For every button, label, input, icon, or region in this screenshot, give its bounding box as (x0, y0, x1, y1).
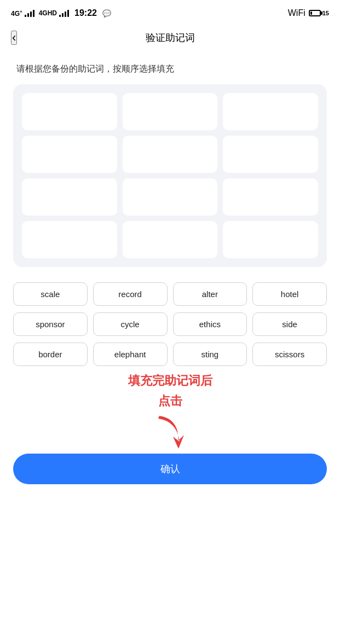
wechat-icon: 💬 (102, 9, 111, 18)
status-right: WiFi 15 (288, 8, 329, 18)
battery-container: 15 (309, 10, 329, 16)
words-section: scale record alter hotel sponsor cycle e… (13, 282, 327, 366)
word-btn-side[interactable]: side (252, 312, 327, 336)
grid-cell-12[interactable] (223, 221, 318, 258)
word-btn-border[interactable]: border (13, 343, 88, 366)
words-row-2: sponsor cycle ethics side (13, 312, 327, 336)
instruction-text: 请根据您备份的助记词，按顺序选择填充 (0, 51, 340, 84)
signal-bars-1 (25, 9, 34, 17)
page-title: 验证助记词 (146, 31, 195, 44)
bottom-section: 填充完助记词后 点击 确认 (0, 373, 340, 484)
header: ‹ 验证助记词 (0, 24, 340, 51)
mnemonic-grid-container (13, 84, 327, 267)
word-btn-sponsor[interactable]: sponsor (13, 312, 88, 336)
battery-level: 15 (322, 10, 329, 16)
grid-cell-1[interactable] (22, 93, 117, 130)
words-row-3: border elephant sting scissors (13, 343, 327, 366)
signal-bars-2 (59, 9, 69, 17)
word-btn-scale[interactable]: scale (13, 282, 88, 306)
grid-cell-2[interactable] (123, 93, 218, 130)
arrow-container (0, 413, 340, 451)
word-btn-scissors[interactable]: scissors (252, 343, 327, 366)
word-btn-record[interactable]: record (93, 282, 168, 306)
time-display: 19:22 (74, 8, 97, 18)
word-btn-elephant[interactable]: elephant (93, 343, 168, 366)
battery-box (309, 10, 321, 16)
words-row-1: scale record alter hotel (13, 282, 327, 306)
word-btn-cycle[interactable]: cycle (93, 312, 168, 336)
word-btn-sting[interactable]: sting (173, 343, 247, 366)
grid-cell-11[interactable] (123, 221, 218, 258)
word-btn-ethics[interactable]: ethics (173, 312, 247, 336)
grid-cell-8[interactable] (123, 178, 218, 216)
arrow-icon (148, 413, 192, 451)
status-bar: 4G+ 4GHD 19:22 💬 WiFi 15 (0, 0, 340, 24)
grid-cell-3[interactable] (223, 93, 318, 130)
wifi-icon: WiFi (288, 8, 306, 18)
word-btn-hotel[interactable]: hotel (252, 282, 327, 306)
grid-cell-4[interactable] (22, 136, 117, 173)
signal-label-1: 4G+ (11, 9, 22, 18)
annotation-line1: 填充完助记词后 (0, 373, 340, 390)
signal-label-2: 4GHD (39, 9, 57, 17)
grid-cell-10[interactable] (22, 221, 117, 258)
status-left: 4G+ 4GHD 19:22 💬 (11, 8, 111, 18)
back-button[interactable]: ‹ (11, 31, 17, 45)
annotation-line2: 点击 (0, 393, 340, 410)
grid-cell-5[interactable] (123, 136, 218, 173)
grid-cell-6[interactable] (223, 136, 318, 173)
word-btn-alter[interactable]: alter (173, 282, 247, 306)
mnemonic-grid (22, 93, 318, 258)
annotation-overlay: 填充完助记词后 点击 (0, 373, 340, 451)
grid-cell-9[interactable] (223, 178, 318, 216)
battery-fill (310, 11, 312, 15)
grid-cell-7[interactable] (22, 178, 117, 216)
confirm-button[interactable]: 确认 (13, 454, 327, 484)
